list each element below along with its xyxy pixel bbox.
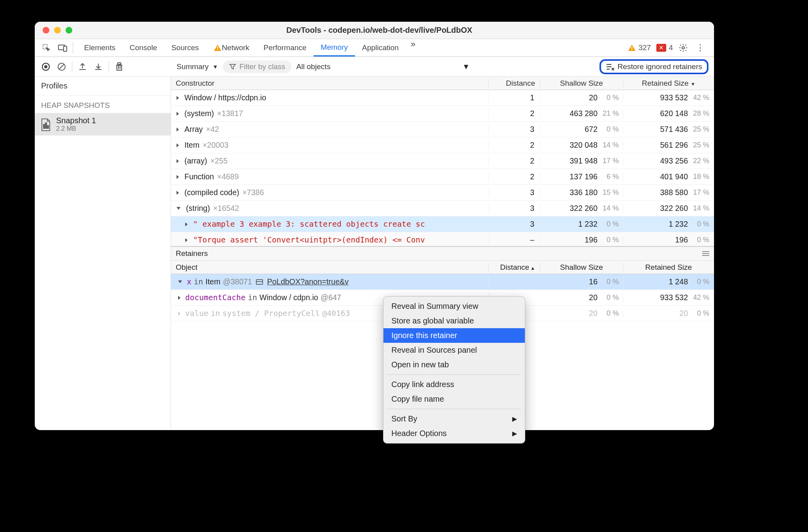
col-constructor[interactable]: Constructor	[171, 79, 489, 88]
svg-rect-5	[631, 47, 632, 49]
tab-label: Console	[130, 43, 157, 52]
snapshot-text: Snapshot 1 2.2 MB	[56, 116, 96, 132]
retainer-row[interactable]: x in Item @38071 PoLdbOX?anon=true&v 160…	[171, 274, 714, 290]
warnings-count[interactable]: 327	[628, 43, 651, 52]
inspect-icon[interactable]	[38, 40, 54, 56]
col-shallow-ret[interactable]: Shallow Size	[540, 263, 623, 272]
view-dropdown[interactable]: Summary ▼	[177, 62, 218, 71]
more-options-button[interactable]: ⋮	[693, 43, 707, 53]
disclosure-triangle-icon[interactable]	[177, 96, 179, 100]
disclosure-triangle-icon[interactable]	[185, 238, 188, 242]
tab-elements[interactable]: Elements	[77, 39, 122, 56]
instance-count: ×4689	[217, 172, 239, 181]
gc-button[interactable]	[111, 59, 127, 75]
table-row[interactable]: Array ×42 3 6720 % 571 43625 %	[171, 122, 714, 137]
snapshot-item[interactable]: Snapshot 1 2.2 MB	[35, 113, 171, 135]
objects-dropdown[interactable]: All objects	[296, 62, 331, 71]
constructor-name: (system)	[184, 109, 214, 118]
filter-icon	[229, 63, 236, 70]
record-button[interactable]	[38, 59, 54, 75]
disclosure-triangle-icon[interactable]	[178, 296, 180, 300]
table-row[interactable]: (compiled code) ×7386 3 336 18015 % 388 …	[171, 185, 714, 201]
load-button[interactable]	[75, 59, 90, 75]
menu-item[interactable]: Sort By▶	[383, 412, 525, 426]
col-object[interactable]: Object	[171, 263, 489, 272]
disclosure-triangle-icon[interactable]	[185, 222, 188, 226]
table-row[interactable]: (string) ×16542 3 322 26014 % 322 26014 …	[171, 201, 714, 216]
shallow-cell: 137 1966 %	[540, 172, 623, 181]
disclosure-triangle-icon[interactable]	[177, 128, 179, 132]
source-link[interactable]: PoLdbOX?anon=true&v	[267, 277, 349, 286]
disclosure-triangle-icon[interactable]	[177, 207, 180, 210]
retainers-header: Retainers	[171, 246, 714, 261]
menu-item[interactable]: Ignore this retainer	[383, 328, 525, 343]
col-retained-ret[interactable]: Retained Size	[623, 263, 714, 272]
menu-item[interactable]: Store as global variable	[383, 314, 525, 328]
distance-cell: 2	[489, 156, 540, 165]
constructor-name: Function	[184, 172, 214, 181]
constructor-name: (array)	[184, 156, 207, 165]
disclosure-triangle-icon[interactable]	[178, 312, 180, 316]
table-row[interactable]: "Torque assert 'Convert<uintptr>(endInde…	[171, 232, 714, 246]
distance-cell: 3	[489, 220, 540, 229]
menu-separator	[387, 409, 521, 409]
shallow-cell: 463 28021 %	[540, 109, 623, 118]
disclosure-triangle-icon[interactable]	[177, 112, 179, 116]
warn-count-value: 327	[639, 43, 651, 52]
class-filter-input[interactable]: Filter by class	[223, 60, 291, 73]
distance-cell: 3	[489, 125, 540, 134]
retained-cell: 1 2480 %	[623, 277, 714, 286]
retained-cell: 1960 %	[623, 235, 714, 244]
col-retained[interactable]: Retained Size ▼	[623, 79, 714, 88]
constructors-table[interactable]: Window / https://cdpn.io 1 200 % 933 532…	[171, 90, 714, 246]
menu-item[interactable]: Reveal in Sources panel	[383, 343, 525, 357]
tab-memory[interactable]: Memory	[314, 39, 355, 56]
col-shallow[interactable]: Shallow Size	[540, 79, 623, 88]
save-button[interactable]	[90, 59, 106, 75]
panel-tabs: Elements Console Sources Network Perform…	[77, 39, 420, 56]
tab-network[interactable]: Network	[206, 39, 257, 56]
retained-cell: 388 58017 %	[623, 188, 714, 197]
menu-label: Open in new tab	[391, 360, 449, 369]
shallow-cell: 200 %	[540, 309, 623, 318]
disclosure-triangle-icon[interactable]	[177, 191, 179, 195]
tab-console[interactable]: Console	[122, 39, 164, 56]
menu-label: Copy file name	[391, 395, 444, 404]
constructor-name: Array	[184, 125, 203, 134]
clear-button[interactable]	[54, 59, 70, 75]
tab-application[interactable]: Application	[355, 39, 406, 56]
table-row[interactable]: " example 3 example 3: scattered objects…	[171, 216, 714, 232]
distance-cell: 2	[489, 172, 540, 181]
retained-cell: 200 %	[623, 309, 714, 318]
menu-item[interactable]: Copy file name	[383, 392, 525, 406]
hamburger-icon[interactable]	[702, 251, 709, 256]
snapshot-icon	[40, 118, 51, 131]
shallow-cell: 322 26014 %	[540, 204, 623, 213]
table-row[interactable]: Function ×4689 2 137 1966 % 401 94018 %	[171, 169, 714, 185]
disclosure-triangle-icon[interactable]	[177, 143, 179, 147]
col-distance[interactable]: Distance	[489, 79, 540, 88]
menu-item[interactable]: Header Options▶	[383, 426, 525, 441]
table-row[interactable]: (array) ×255 2 391 94817 % 493 25622 %	[171, 153, 714, 169]
menu-item[interactable]: Open in new tab	[383, 357, 525, 372]
col-distance-ret[interactable]: Distance	[489, 263, 540, 272]
disclosure-triangle-icon[interactable]	[177, 159, 179, 163]
table-row[interactable]: Window / https://cdpn.io 1 200 % 933 532…	[171, 90, 714, 106]
tab-sources[interactable]: Sources	[164, 39, 206, 56]
disclosure-triangle-icon[interactable]	[177, 175, 179, 179]
more-tabs-button[interactable]: »	[406, 39, 420, 56]
restore-ignored-retainers-button[interactable]: Restore ignored retainers	[599, 59, 708, 74]
menu-item[interactable]: Copy link address	[383, 377, 525, 392]
instance-count: ×42	[206, 125, 219, 134]
list-x-icon	[606, 63, 614, 71]
svg-line-11	[59, 64, 64, 69]
tab-performance[interactable]: Performance	[256, 39, 314, 56]
disclosure-triangle-icon[interactable]	[178, 280, 182, 283]
settings-button[interactable]	[678, 43, 688, 53]
table-row[interactable]: Item ×20003 2 320 04814 % 561 29625 %	[171, 137, 714, 153]
device-toolbar-icon[interactable]	[54, 40, 71, 56]
menu-item[interactable]: Reveal in Summary view	[383, 299, 525, 314]
errors-count[interactable]: ✕ 4	[656, 43, 673, 52]
table-row[interactable]: (system) ×13817 2 463 28021 % 620 14828 …	[171, 106, 714, 122]
objects-caret[interactable]: ▼	[462, 62, 470, 71]
